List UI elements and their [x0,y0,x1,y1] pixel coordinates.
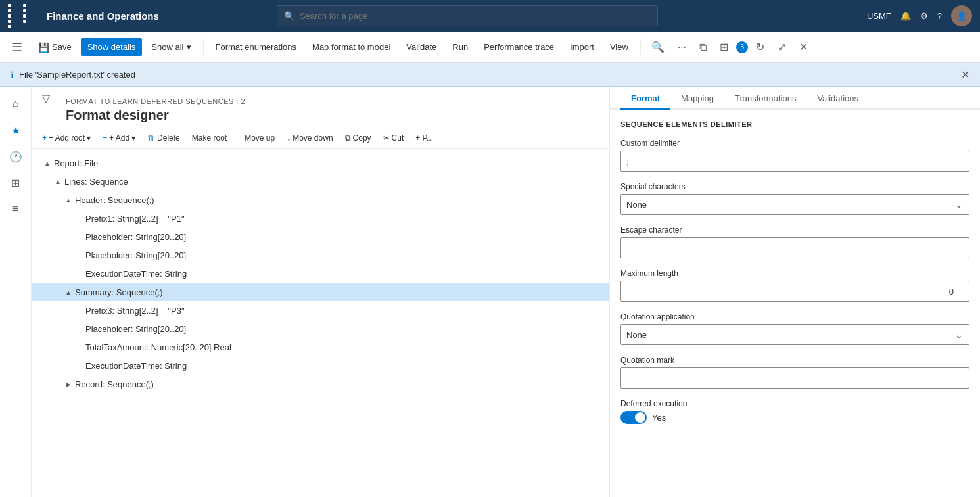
toggle-icon [74,231,84,242]
toggle-icon [74,268,84,279]
office-icon[interactable]: ⊞ [714,38,734,56]
open-icon[interactable]: ⤢ [772,38,791,56]
sidebar-item-list[interactable]: ≡ [4,197,28,221]
quotation-mark-input[interactable] [620,367,969,389]
add-chevron-icon: ▾ [131,133,135,143]
deferred-execution-toggle[interactable] [620,411,647,424]
show-details-button[interactable]: Show details [81,38,143,56]
hamburger-icon[interactable]: ☰ [5,36,29,59]
tree-item[interactable]: Placeholder: String[20..20] [32,246,609,264]
tab-mapping[interactable]: Mapping [670,87,724,110]
toggle-icon[interactable]: ▲ [63,195,74,205]
puzzle-icon[interactable]: ⧉ [694,39,712,56]
tree-item[interactable]: ExecutionDateTime: String [32,264,609,283]
move-up-button[interactable]: ↑ Move up [233,131,280,145]
separator1 [203,39,204,55]
right-panel-content: SEQUENCE ELEMENTS DELIMITER Custom delim… [610,110,980,497]
validate-button[interactable]: Validate [400,38,443,56]
top-nav: Finance and Operations 🔍 USMF 🔔 ⚙ ? 👤 [0,0,980,32]
tree-item-label: Record: Sequence(;) [75,379,154,389]
close-icon[interactable]: ✕ [794,38,813,56]
maximum-length-group: Maximum length [620,269,969,302]
more-tree-button[interactable]: + P... [410,131,438,145]
tree-item-label: ExecutionDateTime: String [85,361,187,371]
toggle-icon [74,323,84,334]
import-button[interactable]: Import [563,38,601,56]
tab-format[interactable]: Format [620,87,670,110]
toggle-icon[interactable]: ▲ [63,287,74,297]
sidebar-item-clock[interactable]: 🕐 [4,145,28,168]
search-input[interactable] [300,11,651,21]
performance-trace-button[interactable]: Performance trace [477,38,561,56]
copy-button[interactable]: ⧉ Copy [340,131,377,145]
tab-transformations[interactable]: Transformations [724,87,806,110]
toggle-icon [74,250,84,260]
tree-item-selected[interactable]: ▲ Summary: Sequence(;) [32,283,609,301]
tree-item[interactable]: ▲ Header: Sequence(;) [32,191,609,209]
settings-icon[interactable]: ⚙ [920,11,928,21]
quotation-application-select-wrapper: None Single Double [620,324,969,345]
notification-close-button[interactable]: ✕ [961,68,969,81]
tree-item[interactable]: TotalTaxAmount: Numeric[20..20] Real [32,338,609,356]
save-icon: 💾 [38,42,49,53]
deferred-execution-toggle-row: Yes [620,411,969,424]
make-root-button[interactable]: Make root [187,131,232,145]
tree-item-label: Report: File [54,158,98,168]
deferred-execution-value: Yes [652,413,666,423]
search-toolbar-icon[interactable]: 🔍 [646,38,670,56]
format-enumerations-button[interactable]: Format enumerations [209,38,304,56]
tree-item[interactable]: ▲ Report: File [32,154,609,172]
map-format-button[interactable]: Map format to model [306,38,397,56]
notification-icon[interactable]: 🔔 [900,11,911,21]
quotation-application-select[interactable]: None Single Double [620,324,969,345]
move-down-icon: ↓ [287,133,291,143]
badge-count: 3 [736,41,748,53]
move-down-button[interactable]: ↓ Move down [281,131,338,145]
refresh-icon[interactable]: ↻ [751,38,770,56]
view-button[interactable]: View [603,38,635,56]
tree-item[interactable]: ▲ Lines: Sequence [32,172,609,191]
custom-delimiter-label: Custom delimiter [620,139,969,148]
cut-button[interactable]: ✂ Cut [378,131,409,145]
cut-icon: ✂ [383,133,390,143]
user-label: USMF [867,11,891,21]
toggle-icon[interactable]: ▲ [42,158,53,168]
sidebar-item-star[interactable]: ★ [4,118,28,142]
tree-item[interactable]: Prefix3: String[2..2] = "P3" [32,301,609,320]
section-title: SEQUENCE ELEMENTS DELIMITER [620,120,969,128]
show-all-button[interactable]: Show all ▾ [145,38,197,56]
notification-bar: ℹ File 'SampleReport.txt' created ✕ [0,63,980,87]
sidebar-item-home[interactable]: ⌂ [4,92,28,116]
run-button[interactable]: Run [446,38,475,56]
toggle-icon[interactable]: ▶ [63,379,74,389]
more-options-icon[interactable]: ··· [672,39,691,56]
add-button[interactable]: + + Add ▾ [97,131,141,145]
tree-item[interactable]: Placeholder: String[20..20] [32,227,609,246]
add-root-button[interactable]: + + Add root ▾ [37,131,96,145]
sidebar-item-grid[interactable]: ⊞ [4,171,28,195]
tab-validations[interactable]: Validations [806,87,869,110]
apps-grid-icon[interactable] [8,4,36,28]
help-icon[interactable]: ? [937,11,942,21]
special-characters-select[interactable]: None XML JSON [620,194,969,215]
tree-item[interactable]: Placeholder: String[20..20] [32,320,609,338]
save-button[interactable]: 💾 Save [32,38,78,57]
maximum-length-input[interactable] [620,281,969,302]
filter-icon[interactable]: ▽ [42,92,50,105]
escape-character-input[interactable] [620,237,969,258]
avatar[interactable]: 👤 [951,5,972,26]
delete-button[interactable]: 🗑 Delete [142,131,185,145]
toggle-icon [74,213,84,224]
tree-item[interactable]: ▶ Record: Sequence(;) [32,375,609,393]
toggle-icon[interactable]: ▲ [53,176,63,187]
special-characters-label: Special characters [620,182,969,191]
breadcrumb: FORMAT TO LEARN DEFERRED SEQUENCES : 2 [55,92,256,105]
tree-item-label: Placeholder: String[20..20] [85,250,186,260]
search-box[interactable]: 🔍 [277,5,658,26]
special-characters-select-wrapper: None XML JSON [620,194,969,215]
tree-item[interactable]: Prefix1: String[2..2] = "P1" [32,209,609,227]
tree-item[interactable]: ExecutionDateTime: String [32,356,609,375]
custom-delimiter-input[interactable] [620,151,969,172]
add-icon: + [103,133,107,143]
tree-item-label: Header: Sequence(;) [75,195,154,205]
